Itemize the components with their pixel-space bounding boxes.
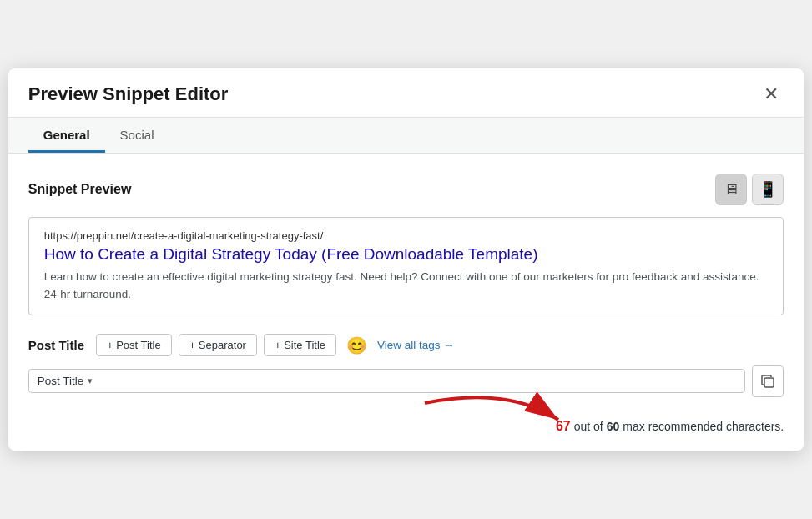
modal-body: Snippet Preview 🖥 📱 https://preppin.net/… [8,154,804,451]
snippet-url: https://preppin.net/create-a-digital-mar… [44,229,769,242]
copy-icon [760,374,775,389]
add-post-title-button[interactable]: + Post Title [96,334,172,356]
close-button[interactable]: ✕ [759,83,784,105]
post-title-select[interactable]: Post Title [38,375,84,387]
char-count-current: 67 [556,419,571,434]
modal-title: Preview Snippet Editor [28,83,229,105]
snippet-preview-box: https://preppin.net/create-a-digital-mar… [28,217,784,315]
title-input-box[interactable]: Post Title ▾ [28,369,746,393]
tab-general[interactable]: General [28,118,105,153]
char-count-separator: out of [574,420,603,433]
char-count-container: 67 out of 60 max recommended characters. [28,411,784,434]
desktop-view-button[interactable]: 🖥 [715,174,747,205]
post-title-section: Post Title + Post Title + Separator + Si… [28,334,784,397]
modal-header: Preview Snippet Editor ✕ [8,68,804,118]
add-separator-button[interactable]: + Separator [179,334,257,356]
post-title-row: Post Title + Post Title + Separator + Si… [28,334,784,357]
snippet-preview-title: Snippet Preview [28,182,132,197]
device-icons: 🖥 📱 [715,174,784,205]
snippet-preview-header: Snippet Preview 🖥 📱 [28,174,784,205]
char-count-max: 60 [607,420,620,433]
snippet-title-link[interactable]: How to Create a Digital Strategy Today (… [44,245,769,264]
post-title-label: Post Title [28,338,84,352]
add-site-title-button[interactable]: + Site Title [264,334,336,356]
emoji-button[interactable]: 😊 [343,334,371,357]
view-all-tags-link[interactable]: View all tags → [377,339,455,351]
svg-rect-0 [764,378,774,387]
char-count-suffix: max recommended characters. [623,420,784,433]
desktop-icon: 🖥 [724,181,739,199]
tabs-row: General Social [8,118,804,154]
char-count-row: 67 out of 60 max recommended characters. [556,419,784,434]
tab-social[interactable]: Social [105,118,169,153]
title-input-row: Post Title ▾ [28,365,784,397]
chevron-down-icon: ▾ [88,375,93,386]
snippet-description: Learn how to create an effective digital… [44,269,769,303]
preview-snippet-editor-modal: Preview Snippet Editor ✕ General Social … [8,68,804,451]
copy-button[interactable] [752,365,784,397]
mobile-icon: 📱 [759,180,777,199]
mobile-view-button[interactable]: 📱 [752,174,784,205]
